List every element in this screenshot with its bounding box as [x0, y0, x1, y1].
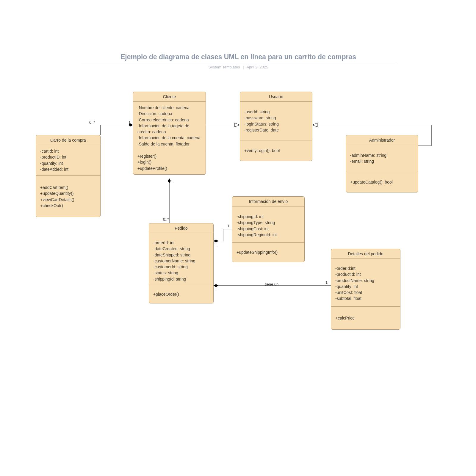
date-label: April 2, 2025 [246, 65, 268, 69]
multiplicity-label: 1 [215, 287, 217, 291]
class-administrador[interactable]: Administrador -adminName: string -email:… [346, 135, 418, 192]
association-label: tiene un [265, 282, 278, 286]
multiplicity-label: 0..* [89, 120, 95, 125]
class-attributes: -adminName: string -email: string [346, 145, 418, 172]
class-operations: +placeOrder() [149, 285, 213, 303]
diagram-canvas: Ejemplo de diagrama de clases UML en lín… [0, 0, 476, 476]
class-operations: +verifyLogin(): bool [240, 140, 312, 161]
subtitle-separator: | [241, 65, 245, 69]
class-informacion-envio[interactable]: Información de envío -shippingId: int -s… [232, 196, 305, 262]
class-title: Usuario [240, 92, 312, 102]
class-detalles-pedido[interactable]: Detalles del pedido -orderId:int -produc… [331, 249, 400, 330]
diagram-title: Ejemplo de diagrama de clases UML en lín… [81, 53, 396, 63]
class-attributes: -Nombre del cliente: cadena -Dirección: … [133, 102, 206, 150]
title-block: Ejemplo de diagrama de clases UML en lín… [81, 53, 396, 69]
class-operations: +register() +login() +updateProfile() [133, 150, 206, 174]
author-label: System Templates [209, 65, 240, 69]
multiplicity-label: 1 [129, 120, 131, 125]
class-title: Cliente [133, 92, 206, 102]
multiplicity-label: 1 [215, 243, 217, 247]
class-usuario[interactable]: Usuario -userId: string -password: strin… [240, 92, 312, 161]
class-operations: +updateCatalog(): bool [346, 172, 418, 192]
class-attributes: -orderId:int -productId: int -productNam… [331, 259, 400, 307]
diagram-subtitle: System Templates | April 2, 2025 [81, 65, 396, 69]
class-attributes: -orderId: int -dateCreated: string -date… [149, 233, 213, 285]
class-title: Carro de la compra [36, 135, 100, 145]
class-operations: +updateShippingInfo() [232, 243, 304, 262]
class-title: Pedido [149, 223, 213, 233]
class-attributes: -cartId: int -productID: int -quantity: … [36, 145, 100, 176]
class-cliente[interactable]: Cliente -Nombre del cliente: cadena -Dir… [133, 92, 206, 175]
multiplicity-label: 1 [325, 280, 328, 285]
multiplicity-label: 1 [227, 224, 229, 228]
class-operations: +addCartItem() +updateQuantity() +viewCa… [36, 176, 100, 217]
class-carro-de-la-compra[interactable]: Carro de la compra -cartId: int -product… [36, 135, 101, 217]
class-attributes: -userId: string -password: string -login… [240, 102, 312, 140]
class-title: Información de envío [232, 197, 304, 206]
class-pedido[interactable]: Pedido -orderId: int -dateCreated: strin… [149, 223, 214, 303]
multiplicity-label: 0..* [163, 217, 169, 222]
title-divider [81, 63, 396, 63]
multiplicity-label: 1 [171, 180, 173, 184]
class-operations: +calcPrice [331, 307, 400, 329]
class-title: Administrador [346, 135, 418, 145]
class-title: Detalles del pedido [331, 249, 400, 259]
class-attributes: -shippingId: int -shippingType: string -… [232, 206, 304, 243]
